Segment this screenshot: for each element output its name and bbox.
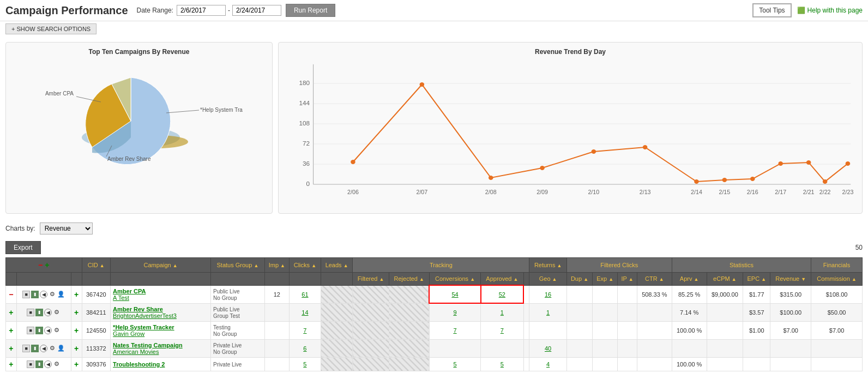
row-imp [264, 357, 289, 371]
row-chart-icon[interactable]: ▮ [35, 360, 43, 368]
row-clock-icon[interactable]: ◀ [40, 291, 47, 298]
row-gear-icon[interactable]: ⚙ [53, 327, 61, 334]
sub-header-approved[interactable]: Approved ▲ [481, 273, 523, 286]
row-toggle[interactable]: − [6, 285, 17, 303]
row-detail-icon[interactable]: ■ [27, 309, 34, 316]
row-person-icon[interactable]: 👤 [57, 345, 65, 352]
geo-link[interactable]: 40 [545, 345, 551, 352]
row-clock-icon[interactable]: ◀ [44, 360, 52, 368]
approved-link[interactable]: 52 [499, 291, 505, 298]
plus-icon[interactable]: + [45, 261, 49, 269]
clicks-link[interactable]: 6 [303, 345, 306, 352]
row-person-icon[interactable]: 👤 [57, 291, 65, 298]
table-row: + ■ ▮ ◀ ⚙ +309376 Troubleshooting 2 Priv… [6, 357, 863, 371]
geo-link[interactable]: 16 [545, 291, 551, 298]
row-expand[interactable]: + [71, 357, 82, 371]
row-expand[interactable]: + [71, 321, 82, 339]
row-conversions: 9 [429, 303, 480, 321]
row-toggle[interactable]: + [6, 303, 17, 321]
date-from-input[interactable] [177, 5, 226, 16]
row-clock-icon[interactable]: ◀ [44, 309, 52, 316]
clicks-link[interactable]: 14 [302, 309, 308, 316]
clicks-link[interactable]: 5 [303, 361, 306, 368]
sub-header-revenue[interactable]: Revenue ▼ [770, 273, 811, 286]
conversions-link[interactable]: 9 [453, 309, 456, 316]
row-gear-icon[interactable]: ⚙ [49, 291, 56, 298]
campaign-sub-link[interactable]: American Movies [113, 348, 159, 355]
campaign-sub-link[interactable]: BrightonAdvertiserTest3 [113, 312, 177, 319]
col-header-clicks[interactable]: Clicks ▲ [289, 258, 321, 273]
export-button[interactable]: Export [5, 241, 41, 254]
row-expand[interactable]: + [71, 285, 82, 303]
col-header-status-group[interactable]: Status Group ▲ [211, 258, 265, 273]
campaign-sub-link[interactable]: A Test [113, 294, 129, 301]
campaign-name-link[interactable]: Amber CPA [113, 288, 146, 294]
col-header-imp[interactable]: Imp ▲ [264, 258, 289, 273]
row-toggle[interactable]: + [6, 321, 17, 339]
row-detail-icon[interactable]: ■ [27, 360, 34, 368]
row-expand[interactable]: + [71, 339, 82, 357]
sub-header-rejected[interactable]: Rejected ▲ [389, 273, 429, 286]
clicks-link[interactable]: 7 [303, 327, 306, 334]
row-gear-icon[interactable]: ⚙ [53, 360, 61, 368]
svg-text:72: 72 [303, 140, 310, 147]
charts-by-select[interactable]: Revenue Clicks Conversions [40, 222, 93, 234]
run-report-button[interactable]: Run Report [286, 4, 335, 17]
col-header-leads[interactable]: Leads ▲ [321, 258, 353, 273]
row-chart-icon[interactable]: ▮ [35, 309, 43, 316]
row-revenue [770, 357, 811, 371]
sub-header-filtered[interactable]: Filtered ▲ [353, 273, 389, 286]
date-to-input[interactable] [232, 5, 281, 16]
charts-by-label: Charts by: [5, 225, 35, 232]
sub-header-ip[interactable]: IP ▲ [618, 273, 637, 286]
row-icons: ■ ▮ ◀ ⚙ 👤 [16, 285, 71, 303]
geo-link[interactable]: 1 [546, 309, 550, 316]
sub-header-epc[interactable]: EPC ▲ [743, 273, 770, 286]
approved-link[interactable]: 5 [501, 361, 504, 368]
campaign-sub-link[interactable]: Gavin Grow [113, 330, 144, 337]
conversions-link[interactable]: 7 [453, 327, 456, 334]
row-gear-icon[interactable]: ⚙ [53, 309, 61, 316]
geo-link[interactable]: 4 [546, 361, 550, 368]
minus-icon[interactable]: − [38, 261, 43, 269]
tool-tips-button[interactable]: Tool Tips [752, 3, 791, 17]
row-expand[interactable]: + [71, 303, 82, 321]
row-toggle[interactable]: + [6, 357, 17, 371]
row-chart-icon[interactable]: ▮ [31, 291, 39, 298]
sub-header-aprv[interactable]: Aprv ▲ [672, 273, 707, 286]
sub-header-ctr[interactable]: CTR ▲ [637, 273, 672, 286]
clicks-link[interactable]: 61 [302, 291, 308, 298]
col-header-cid[interactable]: CID ▲ [82, 258, 111, 273]
row-toggle[interactable]: + [6, 339, 17, 357]
sub-header-exp[interactable]: Exp ▲ [593, 273, 618, 286]
row-status: Public Live No Group [211, 285, 265, 303]
row-clock-icon[interactable]: ◀ [40, 345, 47, 352]
col-header-campaign[interactable]: Campaign ▲ [111, 258, 211, 273]
conversions-link[interactable]: 5 [453, 361, 456, 368]
approved-link[interactable]: 1 [501, 309, 504, 316]
campaign-name-link[interactable]: Nates Testing Campaign [113, 342, 183, 348]
row-revenue: $315.00 [770, 285, 811, 303]
charts-area: Top Ten Campaigns By Revenue Amber CPA *… [0, 37, 868, 219]
sub-header-conversions[interactable]: Conversions ▲ [429, 273, 480, 286]
show-search-button[interactable]: + SHOW SEARCH OPTIONS [5, 23, 97, 34]
row-chart-icon[interactable]: ▮ [31, 345, 39, 352]
row-detail-icon[interactable]: ■ [22, 345, 30, 352]
conversions-link[interactable]: 54 [451, 291, 458, 298]
row-gear-icon[interactable]: ⚙ [49, 345, 56, 352]
row-chart-icon[interactable]: ▮ [35, 327, 43, 334]
row-clock-icon[interactable]: ◀ [44, 327, 52, 334]
sub-header-commission[interactable]: Commission ▲ [811, 273, 863, 286]
col-header-returns[interactable]: Returns ▲ [529, 258, 566, 273]
sub-header-ecpm[interactable]: eCPM ▲ [707, 273, 743, 286]
campaign-name-link[interactable]: *Help System Tracker [113, 324, 174, 330]
row-detail-icon[interactable]: ■ [22, 291, 30, 298]
approved-link[interactable]: 7 [501, 327, 504, 334]
row-detail-icon[interactable]: ■ [27, 327, 34, 334]
sub-header-dup[interactable]: Dup ▲ [566, 273, 592, 286]
row-approved: 5 [481, 357, 523, 371]
campaign-name-link[interactable]: Amber Rev Share [113, 306, 163, 312]
campaign-name-link[interactable]: Troubleshooting 2 [113, 361, 165, 368]
help-link[interactable]: 🟩 Help with this page [797, 7, 863, 14]
sub-header-geo[interactable]: Geo ▲ [529, 273, 566, 286]
